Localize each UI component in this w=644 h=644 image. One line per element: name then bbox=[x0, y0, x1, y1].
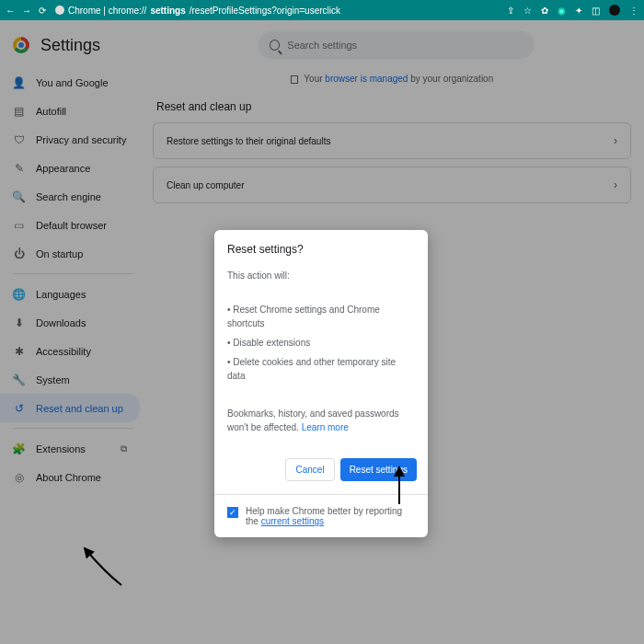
browser-titlebar: ← → ⟳ Chrome | chrome://settings/resetPr… bbox=[0, 0, 644, 20]
share-icon[interactable]: ⇪ bbox=[507, 6, 514, 16]
url-bold: settings bbox=[150, 6, 185, 16]
dialog-bullet-2: • Disable extensions bbox=[227, 336, 415, 350]
learn-more-link[interactable]: Learn more bbox=[302, 422, 349, 432]
dialog-body: This action will: • Reset Chrome setting… bbox=[214, 269, 428, 451]
panel-icon[interactable]: ◫ bbox=[592, 6, 600, 16]
dialog-intro: This action will: bbox=[227, 269, 415, 282]
menu-icon[interactable]: ⋮ bbox=[629, 6, 638, 16]
extension-icon-1[interactable]: ✿ bbox=[541, 6, 548, 16]
report-label: Help make Chrome better by reporting the… bbox=[246, 506, 415, 526]
address-bar[interactable]: Chrome | chrome://settings/resetProfileS… bbox=[55, 6, 340, 16]
back-icon[interactable]: ← bbox=[6, 6, 15, 16]
dialog-bullet-3: • Delete cookies and other temporary sit… bbox=[227, 355, 415, 383]
current-settings-link[interactable]: current settings bbox=[261, 516, 324, 526]
forward-icon[interactable]: → bbox=[22, 6, 31, 16]
profile-icon[interactable] bbox=[609, 5, 620, 16]
report-checkbox[interactable]: ✓ bbox=[227, 507, 238, 518]
toolbar-icons: ⇪ ☆ ✿ ◉ ✦ ◫ ⋮ bbox=[507, 5, 638, 16]
reset-settings-dialog: Reset settings? This action will: • Rese… bbox=[214, 230, 428, 537]
dialog-note: Bookmarks, history, and saved passwords … bbox=[227, 407, 415, 434]
extensions-icon[interactable]: ✦ bbox=[575, 6, 582, 16]
reload-icon[interactable]: ⟳ bbox=[39, 6, 46, 16]
url-prefix: Chrome | chrome:// bbox=[68, 6, 146, 16]
url-rest: /resetProfileSettings?origin=userclick bbox=[190, 6, 340, 16]
dialog-actions: Cancel Reset settings bbox=[214, 451, 428, 494]
dialog-bullet-1: • Reset Chrome settings and Chrome short… bbox=[227, 303, 415, 330]
reset-settings-button[interactable]: Reset settings bbox=[340, 458, 417, 481]
cancel-button[interactable]: Cancel bbox=[285, 458, 334, 481]
extension-icon-2[interactable]: ◉ bbox=[558, 6, 566, 16]
bookmark-icon[interactable]: ☆ bbox=[523, 6, 532, 16]
chrome-icon bbox=[55, 6, 64, 15]
dialog-footer: ✓ Help make Chrome better by reporting t… bbox=[214, 494, 428, 537]
dialog-title: Reset settings? bbox=[214, 230, 428, 263]
nav-controls: ← → ⟳ bbox=[6, 6, 46, 16]
